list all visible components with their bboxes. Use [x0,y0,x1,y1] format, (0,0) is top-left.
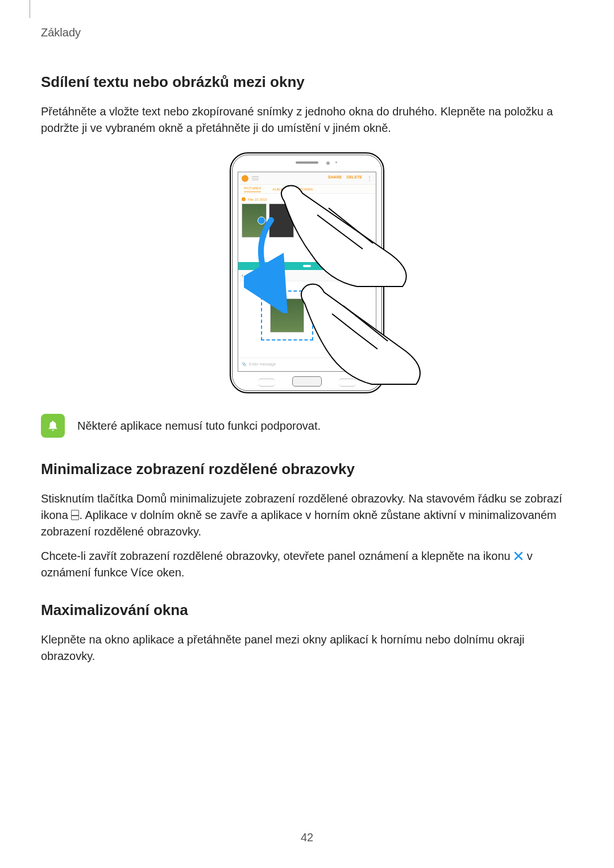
section2-p1: Stisknutím tlačítka Domů minimalizujete … [41,491,573,540]
section3-body: Klepněte na okno aplikace a přetáhněte p… [41,632,573,665]
tab-pictures: PICTURES [244,186,261,192]
section1-title: Sdílení textu nebo obrázků mezi okny [41,73,573,91]
section2-title: Minimalizace zobrazení rozdělené obrazov… [41,460,573,478]
note-text: Některé aplikace nemusí tuto funkci podp… [77,418,321,434]
section2-p2: Chcete-li zavřít zobrazení rozdělené obr… [41,548,573,581]
message-label: W MESSAGE [247,273,271,277]
figure-phone-drag: SHARE DELETE ⋮ PICTURES ALBUMS STORIES [41,152,573,393]
topbar-delete: DELETE [346,175,362,181]
drop-zone [261,290,313,340]
page-header: Základy [41,23,573,39]
section-maximize: Maximalizování okna Klepněte na okno apl… [41,601,573,665]
more-icon: ⋮ [367,175,372,181]
send-button: SEND [356,362,372,367]
section1-body: Přetáhněte a vložte text nebo zkopírovan… [41,103,573,136]
note-block: Některé aplikace nemusí tuto funkci podp… [41,414,573,438]
section-minimize: Minimalizace zobrazení rozdělené obrazov… [41,460,573,581]
message-input-placeholder: Enter message [247,362,350,366]
section3-title: Maximalizování okna [41,601,573,619]
phone-illustration: SHARE DELETE ⋮ PICTURES ALBUMS STORIES [230,152,384,393]
selection-marker [258,217,265,225]
section2-p2a: Chcete-li zavřít zobrazení rozdělené obr… [41,550,513,562]
margin-marker [30,0,30,18]
tab-stories: STORIES [298,188,313,191]
close-x-icon [513,551,524,561]
attach-icon: 📎 [242,362,247,367]
split-divider-handle [238,262,376,270]
bell-icon [41,414,65,438]
page-number: 42 [301,831,313,844]
split-screen-icon [71,510,79,520]
emoji-icon [350,362,356,367]
tab-albums: ALBUMS [272,188,287,191]
gallery-date: Mar 22 2015 [248,198,267,201]
back-chevron-icon: ‹ [242,272,243,279]
section2-p1b: . Aplikace v dolním okně se zavře a apli… [41,509,557,538]
dropped-thumb [270,298,304,333]
gallery-thumb-2 [269,203,294,238]
topbar-share: SHARE [328,175,342,181]
section-sharing: Sdílení textu nebo obrázků mezi okny Pře… [41,73,573,438]
